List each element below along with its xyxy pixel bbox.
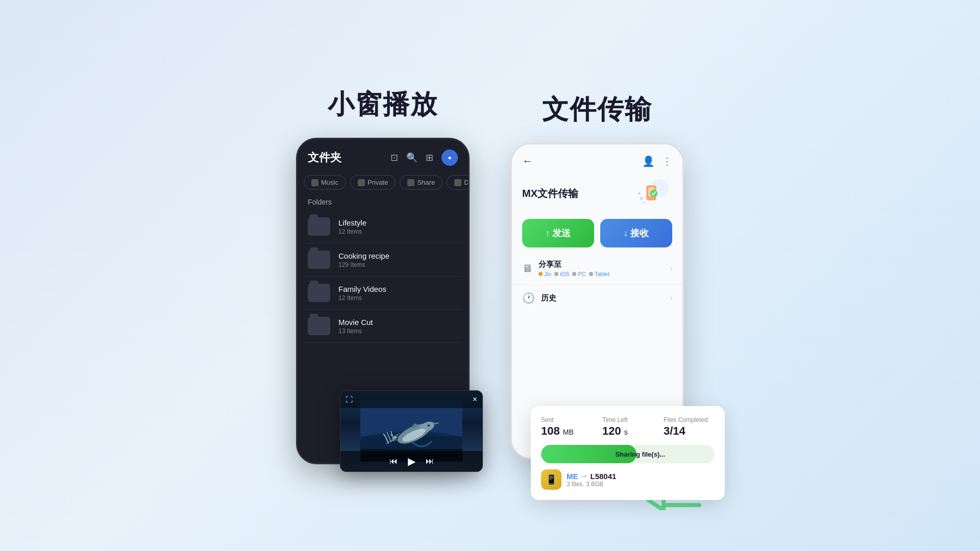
jio-label: Jio — [544, 271, 551, 277]
ios-dot — [554, 272, 558, 276]
search-icon[interactable]: 🔍 — [406, 152, 418, 163]
sent-label: Sent — [541, 416, 592, 423]
platform-pc: PC — [572, 271, 585, 277]
time-value: 120 s — [602, 424, 653, 438]
svg-point-8 — [394, 436, 397, 439]
stat-sent: Sent 108 MB — [541, 416, 592, 438]
transfer-files-info: 3 files. 3.6GB — [567, 481, 616, 488]
monitor-icon: 🖥 — [522, 263, 532, 274]
phone-header-icons: ⊡ 🔍 ⊞ ● — [390, 149, 458, 166]
sent-number: 108 — [541, 424, 560, 437]
folder-icon-lifestyle — [308, 217, 330, 236]
mx-title: MX文件传输 — [522, 187, 578, 201]
transfer-stats: Sent 108 MB Time Left 120 s Files Comple… — [541, 416, 715, 438]
folder-icon-cooking — [308, 251, 330, 269]
time-number: 120 — [602, 424, 621, 437]
svg-point-6 — [428, 424, 430, 427]
app-icon-symbol: 📱 — [546, 474, 557, 485]
mx-illustration-svg — [631, 178, 672, 209]
progress-bar-container: Sharing file(s)... — [541, 445, 715, 463]
tab-bar: Music Private Share Downloads — [298, 171, 468, 194]
files-label: Files Completed — [664, 416, 715, 423]
folder-name-family: Family Videos — [338, 285, 386, 293]
tablet-label: Tablet — [595, 271, 609, 277]
tab-music-label: Music — [321, 179, 338, 186]
folder-item-family[interactable]: Family Videos 12 Items — [304, 277, 462, 310]
history-row[interactable]: 🕐 历史 › — [512, 285, 682, 311]
folder-icon-family — [308, 284, 330, 302]
folder-name-cooking: Cooking recipe — [338, 252, 389, 260]
tab-downloads-label: Downloads — [464, 179, 468, 186]
folder-info-lifestyle: Lifestyle 12 Items — [338, 218, 366, 235]
prev-button[interactable]: ⏮ — [389, 457, 398, 466]
tab-music[interactable]: Music — [304, 175, 346, 190]
cast-icon[interactable]: ⊡ — [390, 152, 398, 163]
tablet-dot — [589, 272, 593, 276]
profile-icon[interactable]: ● — [442, 149, 458, 166]
left-panel: 小窗播放 文件夹 ⊡ 🔍 ⊞ ● — [296, 87, 470, 464]
sent-value: 108 MB — [541, 424, 592, 438]
mx-banner: MX文件传输 — [512, 173, 682, 214]
pc-dot — [572, 272, 576, 276]
white-phone-header: ← 👤 ⋮ — [512, 144, 682, 173]
folder-item-lifestyle[interactable]: Lifestyle 12 Items — [304, 210, 462, 243]
svg-point-10 — [396, 434, 398, 436]
play-button[interactable]: ▶ — [408, 455, 415, 467]
ios-label: iOS — [560, 271, 569, 277]
folder-item-cooking[interactable]: Cooking recipe 129 Items — [304, 243, 462, 277]
transfer-arrow-row: ME → L58041 — [567, 471, 616, 481]
tab-private[interactable]: Private — [350, 175, 396, 190]
folder-item-moviecut[interactable]: Movie Cut 13 Items — [304, 310, 462, 343]
mini-player-header: ⛶ × — [340, 391, 482, 408]
platform-jio: Jio — [538, 271, 551, 277]
share-row-left: 🖥 分享至 Jio iOS — [522, 260, 609, 277]
music-tab-icon — [311, 179, 318, 186]
app-icon: 📱 — [541, 469, 561, 490]
phone-header-title: 文件夹 — [308, 150, 341, 165]
more-options-icon[interactable]: ⋮ — [662, 155, 672, 167]
expand-icon[interactable]: ⛶ — [346, 395, 353, 404]
transfer-details: ME → L58041 3 files. 3.6GB — [567, 471, 616, 488]
tab-downloads[interactable]: Downloads — [447, 175, 468, 190]
close-icon[interactable]: × — [473, 395, 477, 404]
tab-private-label: Private — [368, 179, 388, 186]
tab-share[interactable]: Share — [400, 175, 443, 190]
folder-count-lifestyle: 12 Items — [338, 228, 366, 235]
arrow-icon: → — [580, 471, 589, 481]
folder-name-moviecut: Movie Cut — [338, 318, 373, 327]
folder-info-family: Family Videos 12 Items — [338, 285, 386, 302]
folder-icon-moviecut — [308, 317, 330, 335]
tab-share-label: Share — [417, 179, 435, 186]
history-chevron: › — [670, 293, 672, 303]
folder-info-cooking: Cooking recipe 129 Items — [338, 252, 389, 268]
folder-name-lifestyle: Lifestyle — [338, 218, 366, 227]
next-button[interactable]: ⏭ — [426, 457, 434, 466]
svg-point-16 — [640, 197, 643, 200]
share-platforms: Jio iOS PC — [538, 271, 609, 277]
right-panel: 文件传输 ← 👤 ⋮ MX文件传输 — [510, 92, 684, 459]
transfer-card: Sent 108 MB Time Left 120 s Files Comple… — [531, 406, 725, 500]
grid-icon[interactable]: ⊞ — [426, 152, 433, 163]
back-button[interactable]: ← — [522, 155, 533, 168]
jio-dot — [538, 272, 543, 276]
stat-time: Time Left 120 s — [602, 416, 653, 438]
add-contact-icon[interactable]: 👤 — [642, 155, 655, 167]
share-tab-icon — [407, 179, 414, 186]
time-label: Time Left — [602, 416, 653, 423]
folder-info-moviecut: Movie Cut 13 Items — [338, 318, 373, 335]
share-row[interactable]: 🖥 分享至 Jio iOS — [512, 253, 682, 285]
transfer-from: ME — [567, 472, 578, 481]
history-title: 历史 — [541, 293, 556, 303]
mini-player: ⛶ × — [340, 390, 483, 472]
history-left: 🕐 历史 — [522, 292, 556, 304]
receive-button[interactable]: ↓ 接收 — [600, 219, 672, 247]
downloads-tab-icon — [454, 179, 461, 186]
phone-header: 文件夹 ⊡ 🔍 ⊞ ● — [298, 139, 468, 171]
platform-tablet: Tablet — [589, 271, 609, 277]
time-unit: s — [624, 428, 628, 436]
svg-point-18 — [643, 202, 645, 204]
send-button[interactable]: ↑ 发送 — [522, 219, 594, 247]
mini-controls: ⏮ ▶ ⏭ — [340, 451, 482, 471]
stat-files: Files Completed 3/14 — [664, 416, 715, 438]
share-info: 分享至 Jio iOS — [538, 260, 609, 277]
